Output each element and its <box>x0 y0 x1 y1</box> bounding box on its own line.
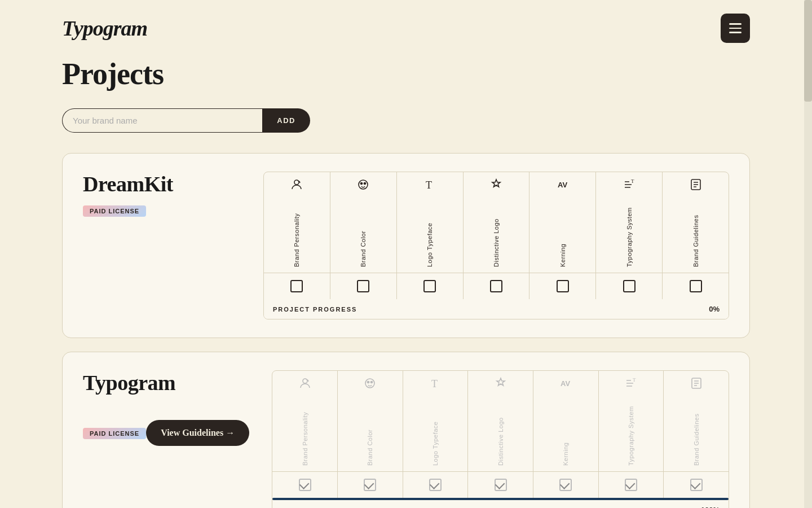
checkbox-cell-logo-typeface[interactable] <box>403 472 469 498</box>
svg-text:T: T <box>633 377 636 383</box>
svg-point-0 <box>294 180 299 185</box>
distinctive-logo-icon <box>494 376 508 393</box>
col-label-logo-typeface: Logo Typeface <box>426 199 433 267</box>
checkbox-kerning[interactable] <box>559 479 572 491</box>
col-logo-typeface: TLogo Typeface <box>403 371 469 471</box>
progress-table-dreamkit: Brand PersonalityBrand ColorTLogo Typefa… <box>263 172 729 319</box>
view-guidelines-button-typogram[interactable]: View Guidelines → <box>146 420 249 446</box>
brand-color-icon <box>356 178 370 195</box>
checkbox-cell-distinctive-logo[interactable] <box>468 472 533 498</box>
col-typography-system: TTypography System <box>596 172 663 273</box>
col-label-brand-color: Brand Color <box>360 199 367 267</box>
checkbox-cell-brand-personality[interactable] <box>264 273 330 299</box>
svg-text:AV: AV <box>561 379 570 388</box>
checkbox-cell-typography-system[interactable] <box>596 273 663 299</box>
checkbox-cell-typography-system[interactable] <box>599 472 664 498</box>
col-brand-personality: Brand Personality <box>272 371 338 471</box>
col-kerning: AVKerning <box>533 371 599 471</box>
col-label-brand-guidelines: Brand Guidelines <box>693 398 700 466</box>
checkbox-typography-system[interactable] <box>625 479 637 491</box>
checkbox-cell-brand-color[interactable] <box>330 273 397 299</box>
brand-guidelines-icon <box>690 376 703 393</box>
svg-text:T: T <box>431 378 438 389</box>
col-label-kerning: Kerning <box>559 199 566 267</box>
license-badge-dreamkit: PAID LICENSE <box>83 205 146 217</box>
checkbox-brand-color[interactable] <box>364 479 376 491</box>
col-distinctive-logo: Distinctive Logo <box>468 371 533 471</box>
col-brand-color: Brand Color <box>338 371 403 471</box>
logo: Typogram <box>62 16 147 41</box>
checkbox-brand-guidelines[interactable] <box>690 280 702 292</box>
checkbox-cell-distinctive-logo[interactable] <box>464 273 530 299</box>
col-label-brand-personality: Brand Personality <box>293 199 300 267</box>
svg-point-17 <box>371 382 373 383</box>
col-label-logo-typeface: Logo Typeface <box>432 398 439 466</box>
col-typography-system: TTypography System <box>599 371 664 471</box>
col-label-typography-system: Typography System <box>628 398 634 466</box>
checkbox-logo-typeface[interactable] <box>423 280 436 292</box>
checkbox-distinctive-logo[interactable] <box>490 280 502 292</box>
checkbox-brand-personality[interactable] <box>290 280 303 292</box>
col-brand-color: Brand Color <box>330 172 397 273</box>
col-label-brand-personality: Brand Personality <box>302 398 308 466</box>
progress-table-typogram: Brand PersonalityBrand ColorTLogo Typefa… <box>272 370 729 508</box>
hamburger-menu-button[interactable] <box>721 14 750 43</box>
col-label-brand-color: Brand Color <box>367 398 373 466</box>
checkbox-cell-kerning[interactable] <box>533 472 599 498</box>
checkbox-kerning[interactable] <box>557 280 569 292</box>
checkbox-cell-kerning[interactable] <box>529 273 596 299</box>
brand-name-input[interactable] <box>62 108 262 133</box>
scrollbar[interactable] <box>804 0 812 508</box>
project-info-typogram: TypogramPAID LICENSEView Guidelines → <box>83 370 249 446</box>
checkbox-cell-logo-typeface[interactable] <box>397 273 464 299</box>
checkbox-distinctive-logo[interactable] <box>495 479 507 491</box>
brand-color-icon <box>363 376 377 393</box>
svg-point-2 <box>361 183 363 185</box>
progress-label-dreamkit: PROJECT PROGRESS <box>273 306 357 313</box>
progress-footer-typogram: PROJECT PROGRESS100% <box>272 500 729 508</box>
checkbox-typography-system[interactable] <box>623 280 636 292</box>
col-label-kerning: Kerning <box>562 398 569 466</box>
project-card-typogram: TypogramPAID LICENSEView Guidelines →Bra… <box>62 352 750 508</box>
progress-value-typogram: 100% <box>701 506 720 508</box>
col-distinctive-logo: Distinctive Logo <box>464 172 530 273</box>
svg-text:AV: AV <box>558 181 567 189</box>
progress-footer-dreamkit: PROJECT PROGRESS0% <box>264 299 729 319</box>
page-title: Projects <box>62 56 750 91</box>
col-label-distinctive-logo: Distinctive Logo <box>493 199 500 267</box>
checkbox-brand-personality[interactable] <box>299 479 311 491</box>
svg-text:T: T <box>631 178 634 184</box>
checkbox-brand-guidelines[interactable] <box>690 479 703 491</box>
project-card-dreamkit: DreamKitPAID LICENSEBrand PersonalityBra… <box>62 153 750 338</box>
svg-point-3 <box>364 183 366 185</box>
progress-value-dreamkit: 0% <box>709 305 720 313</box>
license-badge-typogram: PAID LICENSE <box>83 428 146 439</box>
col-logo-typeface: TLogo Typeface <box>397 172 464 273</box>
project-name-dreamkit: DreamKit <box>83 172 241 196</box>
add-project-form: ADD <box>62 108 310 133</box>
brand-personality-icon <box>290 178 303 195</box>
kerning-icon: AV <box>556 178 570 195</box>
checkbox-cell-brand-personality[interactable] <box>272 472 338 498</box>
col-kerning: AVKerning <box>529 172 596 273</box>
project-info-dreamkit: DreamKitPAID LICENSE <box>83 172 241 217</box>
col-label-typography-system: Typography System <box>626 199 633 267</box>
checkbox-logo-typeface[interactable] <box>429 479 442 491</box>
typography-system-icon: T <box>623 178 636 195</box>
svg-text:T: T <box>426 179 432 191</box>
logo-typeface-icon: T <box>423 178 436 195</box>
col-label-distinctive-logo: Distinctive Logo <box>497 398 504 466</box>
checkbox-brand-color[interactable] <box>357 280 369 292</box>
checkbox-cell-brand-color[interactable] <box>338 472 403 498</box>
col-brand-guidelines: Brand Guidelines <box>663 172 729 273</box>
add-project-button[interactable]: ADD <box>262 108 310 133</box>
distinctive-logo-icon <box>489 178 503 195</box>
kerning-icon: AV <box>559 376 572 393</box>
svg-point-16 <box>368 382 369 383</box>
scrollbar-thumb[interactable] <box>804 0 812 102</box>
checkbox-cell-brand-guidelines[interactable] <box>663 273 729 299</box>
col-brand-personality: Brand Personality <box>264 172 330 273</box>
checkbox-cell-brand-guidelines[interactable] <box>664 472 729 498</box>
typography-system-icon: T <box>624 376 638 393</box>
project-name-typogram: Typogram <box>83 370 249 395</box>
